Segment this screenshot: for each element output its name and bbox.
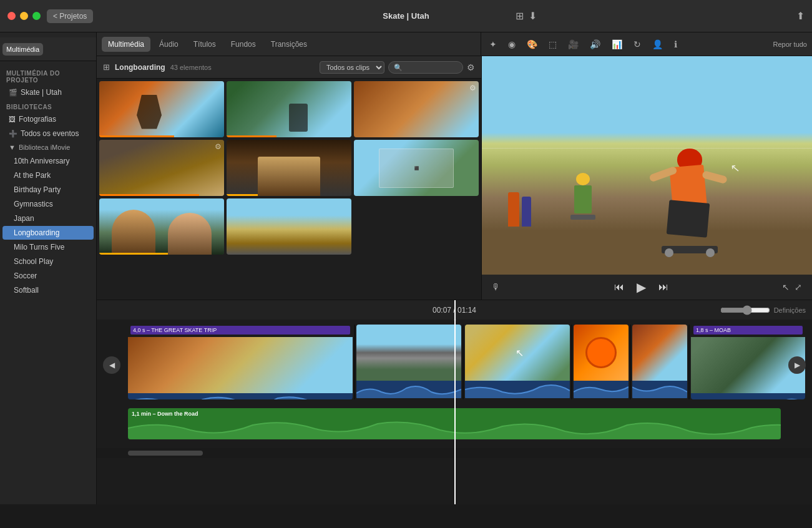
sidebar-item-project[interactable]: 🎬 Skate | Utah <box>2 86 94 99</box>
crop-icon-btn[interactable]: ⬚ <box>545 38 560 51</box>
titlebar: < Projetos Skate | Utah ⊞ ⬇ ⬆ <box>0 0 812 32</box>
face-icon-btn[interactable]: 👤 <box>649 38 666 51</box>
tab-transitions[interactable]: Transições <box>265 37 313 52</box>
playhead <box>454 320 456 504</box>
clip-thumb-6[interactable]: ⬛ <box>354 140 479 196</box>
back-button[interactable]: < Projetos <box>47 9 93 23</box>
sidebar-item-soccer[interactable]: Soccer <box>2 269 94 283</box>
clip-thumb-3[interactable]: ⚙ <box>354 81 479 137</box>
share-button[interactable]: ⬆ <box>796 10 805 22</box>
sidebar-item-longboarding[interactable]: Longboarding <box>2 226 94 240</box>
timeline-clip-2[interactable] <box>354 325 355 399</box>
clips-filter: Todos os clips ⚙ <box>320 61 475 74</box>
clip-thumb-1[interactable] <box>99 81 224 137</box>
color-balance-icon-btn[interactable]: ◉ <box>505 38 519 51</box>
speed-icon-btn[interactable]: ↻ <box>630 38 644 51</box>
search-input[interactable] <box>388 61 463 74</box>
scroll-thumb[interactable] <box>128 451 203 456</box>
timeline-settings: Definições <box>720 305 806 315</box>
timeline-clip-9[interactable] <box>632 325 687 399</box>
timeline-clip-1[interactable]: 4,0 s – THE GREAT SKATE TRIP <box>128 325 353 399</box>
preview-panel: ↖ 🎙 ⏮ ▶ ⏭ ↖ ⤢ <box>481 56 812 300</box>
skip-back-button[interactable]: ⏮ <box>614 281 624 293</box>
clip-browser-title: Longboarding <box>115 63 165 72</box>
tab-audio[interactable]: Áudio <box>153 37 185 52</box>
titlebar-actions: ⊞ ⬇ ⬆ <box>516 10 805 22</box>
back-label: < Projetos <box>53 12 87 21</box>
clip-thumb-5[interactable] <box>227 140 351 196</box>
maximize-button[interactable] <box>32 12 41 20</box>
grid-view-btn[interactable]: ⊞ <box>103 62 110 72</box>
clip-thumb-7[interactable] <box>99 198 224 255</box>
timeline-clip-moab[interactable]: 1,8 s – MOAB <box>691 325 805 399</box>
timeline-clip-4[interactable] <box>462 325 464 399</box>
clip-count: 43 elementos <box>170 64 212 71</box>
clips-filter-select[interactable]: Todos os clips <box>320 61 384 74</box>
audio-clip-label: 1,1 min – Down the Road <box>132 411 198 417</box>
timeline-clip-7[interactable] <box>574 325 629 399</box>
tab-titles[interactable]: Títulos <box>187 37 222 52</box>
moab-clip-label: 1,8 s – MOAB <box>693 326 803 335</box>
microphone-button[interactable]: 🎙 <box>492 282 501 292</box>
clip-thumb-8[interactable] <box>227 198 351 255</box>
photos-icon: 🖼 <box>9 115 16 123</box>
timeline-clip-10[interactable] <box>688 325 690 399</box>
timeline-clip-3[interactable] <box>356 325 461 399</box>
sidebar-item-milo[interactable]: Milo Turns Five <box>2 240 94 254</box>
tab-backgrounds[interactable]: Fundos <box>225 37 262 52</box>
color-correction-icon-btn[interactable]: 🎨 <box>524 38 541 51</box>
stabilize-icon-btn[interactable]: 🎥 <box>565 38 582 51</box>
timeline-tracks[interactable]: ◀ 4,0 s – THE GREAT SKATE TRIP <box>97 320 812 504</box>
cursor-mode-icon: ↖ <box>782 282 790 292</box>
sidebar-item-softball[interactable]: Softball <box>2 283 94 297</box>
timeline-nav-right[interactable]: ▶ <box>788 356 806 374</box>
libraries-label: BIBLIOTECAS <box>0 100 96 112</box>
window-title: Skate | Utah <box>383 11 429 21</box>
clip-browser-header: ⊞ Longboarding 43 elementos Todos os cli… <box>97 56 481 79</box>
sidebar-item-photos[interactable]: 🖼 Fotografias <box>2 112 94 126</box>
sidebar-item-birthday[interactable]: Birthday Party <box>2 183 94 197</box>
reset-all-button[interactable]: Repor tudo <box>773 41 807 48</box>
clip-thumb-2[interactable] <box>227 81 351 137</box>
clip-1-label: 4,0 s – THE GREAT SKATE TRIP <box>130 326 350 335</box>
info-icon-btn[interactable]: ℹ <box>671 38 680 51</box>
sidebar-item-at-park[interactable]: At the Park <box>2 169 94 182</box>
timeline-header: 00:07 / 01:14 Definições <box>97 300 812 320</box>
imovie-library-header[interactable]: ▼ Biblioteca iMovie <box>2 141 94 154</box>
clip-browser: ⊞ Longboarding 43 elementos Todos os cli… <box>97 56 481 300</box>
chevron-down-icon: ▼ <box>9 144 16 151</box>
sidebar: Multimédia MULTIMÉDIA DO PROJETO 🎬 Skate… <box>0 32 97 504</box>
stats-icon-btn[interactable]: 📊 <box>609 38 625 51</box>
traffic-lights <box>7 12 41 20</box>
preview-video: ↖ <box>482 56 812 275</box>
cursor-indicator: ↖ <box>730 160 740 175</box>
timeline-clip-6[interactable] <box>571 325 572 399</box>
sidebar-item-gymnastics[interactable]: Gymnastics <box>2 197 94 211</box>
tab-multimedia-main[interactable]: Multimédia <box>102 37 150 52</box>
sidebar-item-school-play[interactable]: School Play <box>2 255 94 268</box>
add-icon: ➕ <box>9 130 17 138</box>
sidebar-item-all-events[interactable]: ➕ Todos os eventos <box>2 127 94 140</box>
timeline-clip-5[interactable]: ↖ <box>465 325 570 399</box>
tab-multimedia[interactable]: Multimédia <box>2 43 43 56</box>
play-button[interactable]: ▶ <box>637 280 646 295</box>
clip-settings-btn[interactable]: ⚙ <box>467 62 475 72</box>
clip-thumb-4[interactable]: ⚙ <box>99 140 224 196</box>
minimize-button[interactable] <box>20 12 28 20</box>
sidebar-item-japan[interactable]: Japan <box>2 212 94 225</box>
settings-label: Definições <box>774 306 806 314</box>
project-media-label: MULTIMÉDIA DO PROJETO <box>0 66 96 85</box>
skip-forward-button[interactable]: ⏭ <box>658 281 668 293</box>
import-icon-btn[interactable]: ⬇ <box>529 10 537 22</box>
fullscreen-button[interactable]: ⤢ <box>795 282 802 292</box>
clips-grid: ⚙ ⚙ <box>97 79 481 300</box>
audio-icon-btn[interactable]: 🔊 <box>587 38 604 51</box>
magic-wand-icon-btn[interactable]: ✦ <box>486 38 500 51</box>
layout-icon-btn[interactable]: ⊞ <box>516 10 524 22</box>
zoom-slider[interactable] <box>720 305 770 315</box>
sidebar-item-10th[interactable]: 10th Anniversary <box>2 154 94 168</box>
timeline-clip-8[interactable] <box>630 325 631 399</box>
timeline-nav-left[interactable]: ◀ <box>103 356 120 374</box>
close-button[interactable] <box>7 12 16 20</box>
preview-controls: 🎙 ⏮ ▶ ⏭ ↖ ⤢ <box>482 275 812 300</box>
